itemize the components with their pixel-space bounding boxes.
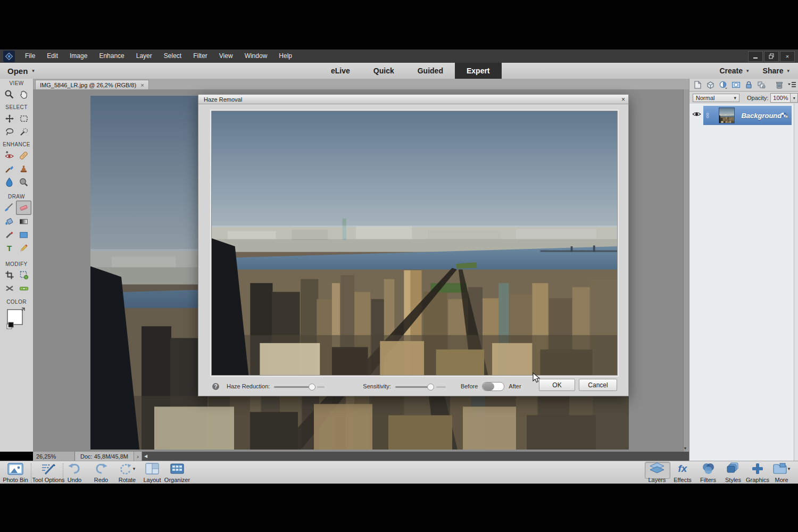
before-label: Before xyxy=(461,383,478,389)
foreground-background-color-icon xyxy=(6,306,27,330)
new-layer-icon[interactable] xyxy=(693,80,702,89)
menu-image[interactable]: Image xyxy=(64,49,93,63)
photo-bin-button[interactable]: Photo Bin xyxy=(0,462,32,483)
crossed-arrows-icon xyxy=(5,284,14,293)
lock-pixels-icon[interactable] xyxy=(757,80,766,89)
menu-help[interactable]: Help xyxy=(273,49,298,63)
restore-icon xyxy=(769,53,775,59)
recompose-tool[interactable] xyxy=(16,268,31,281)
type-tool[interactable]: T xyxy=(2,242,16,255)
opacity-dropdown-icon[interactable]: ▾ xyxy=(791,93,798,103)
hand-tool[interactable] xyxy=(16,88,31,101)
menu-enhance[interactable]: Enhance xyxy=(93,49,130,63)
zoom-tool[interactable] xyxy=(2,88,16,101)
new-group-icon[interactable] xyxy=(706,80,715,89)
menu-layer[interactable]: Layer xyxy=(130,49,158,63)
sharpen-icon xyxy=(19,177,29,187)
adjustment-layer-icon[interactable] xyxy=(719,80,728,89)
cancel-button[interactable]: Cancel xyxy=(579,379,617,391)
restore-button[interactable] xyxy=(764,51,779,62)
sharpen-tool[interactable] xyxy=(16,176,31,189)
open-button[interactable]: Open ▾ xyxy=(7,63,35,79)
crop-icon xyxy=(5,270,14,280)
vertical-scrollbar[interactable]: ▾ xyxy=(683,89,689,452)
layer-mask-icon[interactable] xyxy=(732,80,741,89)
create-button[interactable]: Create ▾ xyxy=(719,66,749,75)
close-document-icon[interactable]: × xyxy=(140,82,144,88)
scroll-down-icon[interactable]: ▾ xyxy=(684,446,686,451)
haze-reduction-thumb[interactable] xyxy=(309,384,315,390)
status-expand-icon[interactable]: › xyxy=(134,452,142,461)
toggle-knob[interactable] xyxy=(483,383,494,390)
menu-view[interactable]: View xyxy=(213,49,239,63)
redo-icon xyxy=(94,463,108,475)
rotate-label: Rotate xyxy=(119,477,136,483)
section-enhance-title: ENHANCE xyxy=(0,142,33,147)
after-label: After xyxy=(509,383,521,389)
straighten-tool[interactable] xyxy=(16,281,31,295)
pencil-tool[interactable] xyxy=(16,242,31,255)
menu-window[interactable]: Window xyxy=(239,49,273,63)
menu-filter[interactable]: Filter xyxy=(187,49,213,63)
lock-icon[interactable] xyxy=(744,80,753,89)
ok-button[interactable]: OK xyxy=(539,379,575,391)
zoom-level[interactable]: 26,25% xyxy=(33,452,75,461)
lasso-tool[interactable] xyxy=(2,125,16,138)
blur-tool[interactable] xyxy=(2,176,16,189)
dialog-title-bar[interactable]: Haze Removal × xyxy=(198,95,628,104)
eraser-tool[interactable] xyxy=(16,201,31,215)
blend-mode-select[interactable]: Normal ▾ xyxy=(693,94,739,102)
smart-brush-tool[interactable] xyxy=(2,162,16,176)
haze-reduction-slider[interactable] xyxy=(274,383,325,390)
tab-guided[interactable]: Guided xyxy=(406,63,455,79)
tab-expert[interactable]: Expert xyxy=(455,63,502,79)
layer-name: Background xyxy=(741,112,782,120)
organizer-button[interactable]: Organizer xyxy=(160,462,194,483)
crop-tool[interactable] xyxy=(2,268,16,281)
panel-scrollbar[interactable] xyxy=(794,104,798,461)
more-button[interactable]: ▾ More xyxy=(764,462,798,483)
menu-edit[interactable]: Edit xyxy=(41,49,64,63)
menu-select[interactable]: Select xyxy=(158,49,187,63)
horizontal-scrollbar[interactable]: ◀ xyxy=(142,452,689,461)
tab-elive[interactable]: eLive xyxy=(319,63,362,79)
marquee-tool[interactable] xyxy=(16,112,31,125)
shape-tool[interactable] xyxy=(16,228,31,242)
menu-file[interactable]: File xyxy=(19,49,41,63)
dialog-close-icon[interactable]: × xyxy=(621,96,625,103)
photo-bin-icon xyxy=(7,463,23,475)
color-swatches[interactable] xyxy=(6,306,27,332)
spot-healing-brush-tool[interactable] xyxy=(16,149,31,162)
screen: File Edit Image Enhance Layer Select Fil… xyxy=(0,0,798,532)
trash-icon[interactable] xyxy=(775,80,784,89)
document-tab[interactable]: IMG_5846_LR.jpg @ 26,2% (RGB/8) × xyxy=(35,80,149,90)
move-tool[interactable] xyxy=(2,112,16,125)
brush-tool[interactable] xyxy=(2,201,16,214)
sensitivity-thumb[interactable] xyxy=(427,384,434,390)
opacity-input[interactable]: 100% xyxy=(770,93,791,103)
quick-selection-tool[interactable] xyxy=(16,125,31,138)
water-drop-icon xyxy=(4,177,14,187)
paint-bucket-icon xyxy=(4,217,14,227)
close-window-button[interactable]: × xyxy=(780,51,795,62)
shape-icon xyxy=(19,230,29,240)
organizer-label: Organizer xyxy=(164,477,190,483)
eyedropper-tool[interactable] xyxy=(2,228,16,242)
layer-visibility-toggle[interactable] xyxy=(692,110,701,120)
clone-stamp-tool[interactable] xyxy=(16,162,31,176)
paint-bucket-tool[interactable] xyxy=(2,215,16,228)
red-eye-removal-tool[interactable] xyxy=(2,149,16,162)
layer-row-background[interactable]: Background xyxy=(703,106,792,125)
panel-menu-icon[interactable] xyxy=(787,81,796,89)
gradient-tool[interactable] xyxy=(16,215,31,228)
sensitivity-slider[interactable] xyxy=(395,383,446,390)
content-aware-move-tool[interactable] xyxy=(2,281,16,295)
tab-quick[interactable]: Quick xyxy=(362,63,406,79)
smart-brush-icon xyxy=(4,164,14,174)
layers-icon xyxy=(650,462,664,475)
minimize-button[interactable] xyxy=(748,51,763,62)
share-button[interactable]: Share ▾ xyxy=(763,66,789,75)
before-after-toggle[interactable] xyxy=(482,382,504,391)
help-icon[interactable]: ? xyxy=(212,383,219,390)
scroll-left-icon[interactable]: ◀ xyxy=(144,454,147,459)
